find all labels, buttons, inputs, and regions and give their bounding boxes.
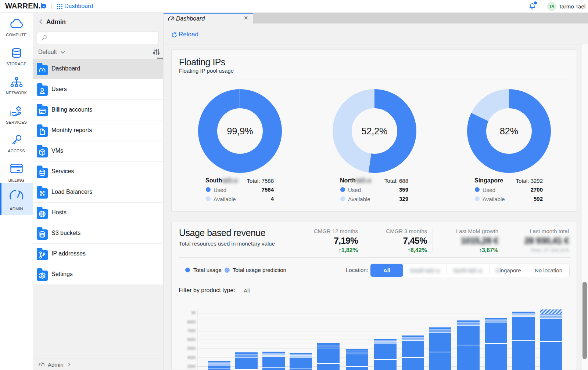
svg-text:90: 90 bbox=[191, 311, 196, 315]
svg-text:5000: 5000 bbox=[187, 347, 196, 351]
svg-text:8000: 8000 bbox=[187, 320, 196, 324]
svg-text:7000: 7000 bbox=[187, 329, 196, 333]
svg-text:4000: 4000 bbox=[187, 356, 196, 360]
svg-text:3000: 3000 bbox=[187, 364, 196, 369]
svg-text:6000: 6000 bbox=[187, 338, 196, 342]
